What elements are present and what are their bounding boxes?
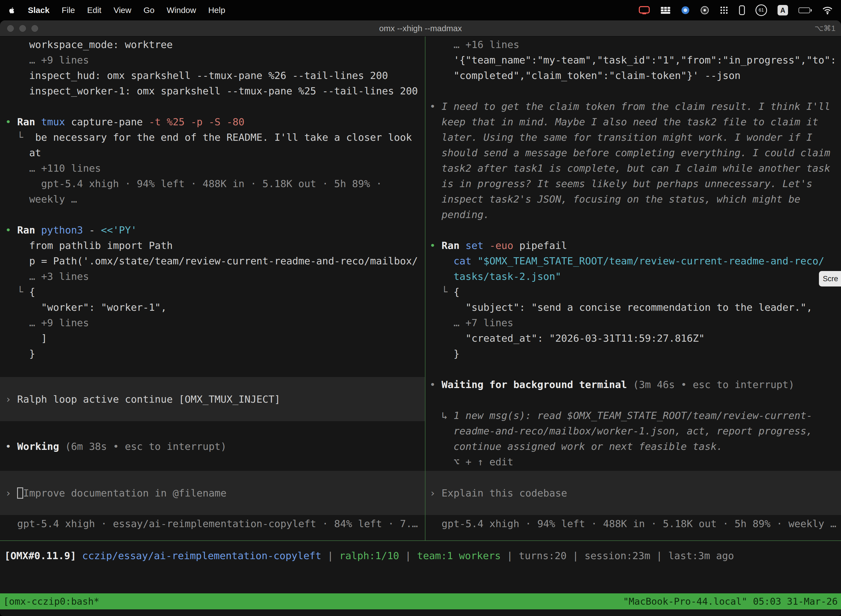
terminal-text-segment: python3 (41, 224, 89, 236)
terminal-text-segment: ] (5, 333, 47, 344)
terminal-line: "created_at": "2026-03-31T11:59:27.816Z" (425, 331, 841, 346)
bottom-pane[interactable]: [OMX#0.11.9] cczip/essay/ai-reimplementa… (0, 541, 841, 593)
terminal-text-segment: Ralph loop active continue [OMX_TMUX_INJ… (17, 393, 280, 405)
zoom-button[interactable] (31, 25, 38, 32)
terminal-pane-left[interactable]: workspace_mode: worktree … +9 lines insp… (0, 37, 425, 540)
dots-grid-icon[interactable] (719, 6, 728, 15)
menu-item-view[interactable]: View (113, 6, 131, 15)
prompt-suggestion[interactable]: › Explain this codebase (425, 471, 841, 515)
menu-item-window[interactable]: Window (167, 6, 196, 15)
window-title: omx --xhigh --madmax (379, 24, 462, 33)
menu-item-file[interactable]: File (62, 6, 75, 15)
screen-recording-icon[interactable] (639, 6, 650, 15)
terminal-text-segment: is in progress? It seems likely but perh… (429, 178, 812, 189)
close-button[interactable] (7, 25, 14, 32)
terminal-text-segment: session:23m (585, 550, 650, 561)
omx-status-line: [OMX#0.11.9] cczip/essay/ai-reimplementa… (4, 548, 841, 563)
terminal-text-segment: └ (5, 132, 35, 143)
terminal-text-segment: turns:20 (519, 550, 567, 561)
menu-item-go[interactable]: Go (144, 6, 154, 15)
terminal-line: inspect_hud: omx sparkshell --tmux-pane … (0, 68, 425, 84)
terminal-text-segment: task2 after task1 is complete, but can I… (429, 163, 830, 174)
grid-icon[interactable] (661, 6, 671, 14)
menu-item-edit[interactable]: Edit (87, 6, 101, 15)
terminal-text-segment: tasks/task-2.json" (429, 271, 561, 282)
terminal-line: inspect task2's JSON, focusing on the st… (425, 192, 841, 207)
terminal-text-segment: Ran (17, 116, 41, 128)
app-menu-slack[interactable]: Slack (28, 6, 49, 15)
terminal-line (425, 84, 841, 99)
terminal-text-segment: cczip/essay/ai-reimplementation-copyleft (82, 550, 321, 561)
terminal-text-segment: workspace_mode: worktree (5, 39, 173, 50)
phone-mirroring-icon[interactable] (739, 5, 745, 15)
terminal-text-segment: "subject": "send a concise recommendatio… (429, 302, 812, 313)
terminal-pane-right[interactable]: … +16 lines '{"team_name":"my-team","tas… (425, 37, 841, 540)
terminal-text-segment: inspect task2's JSON, focusing on the st… (429, 194, 800, 205)
terminal-line: is in progress? It seems likely but perh… (425, 176, 841, 192)
terminal-line: '{"team_name":"my-team","task_id":"1","f… (425, 53, 841, 68)
terminal-text-segment: └ (429, 286, 454, 298)
terminal-text-segment: • (429, 240, 441, 251)
terminal-text-segment: (3m 46s • esc to interrupt) (633, 379, 794, 390)
terminal-text-segment: • (5, 224, 17, 236)
prompt-input[interactable]: › Improve documentation in @filename (0, 471, 425, 515)
tmux-session-label: [omx-cczip0:bash* (3, 596, 99, 607)
terminal-line (0, 207, 425, 223)
terminal-text-segment: at (5, 147, 41, 158)
terminal-text-segment: set (466, 240, 489, 251)
terminal-text-segment: › (429, 487, 441, 499)
wifi-icon[interactable] (822, 6, 833, 14)
terminal-text-segment: -euo (489, 240, 519, 251)
terminal-line: … +16 lines (425, 37, 841, 53)
tmux-panes: workspace_mode: worktree … +9 lines insp… (0, 37, 841, 540)
terminal-text-segment: } (429, 348, 459, 359)
terminal-line: • I need to get the claim token from the… (425, 99, 841, 114)
window-controls (7, 21, 38, 36)
gauge-icon[interactable]: 61 (756, 4, 767, 16)
terminal-line: ] (0, 331, 425, 346)
terminal-text-segment: gpt-5.4 xhigh · 94% left · 488K in · 5.1… (5, 178, 382, 189)
input-source-icon[interactable]: A (778, 5, 788, 15)
battery-icon[interactable] (799, 7, 812, 13)
terminal-line: later. Using the same for transition mig… (425, 130, 841, 145)
terminal-line (425, 392, 841, 408)
terminal-text-segment: pending. (429, 209, 489, 220)
terminal-text-segment: later. Using the same for transition mig… (429, 132, 812, 143)
terminal-text-segment: Waiting for background terminal (441, 379, 633, 390)
minimize-button[interactable] (19, 25, 26, 32)
terminal-text-segment: inspect_worker-1: omx sparkshell --tmux-… (5, 85, 418, 97)
terminal-window: omx --xhigh --madmax ⌥⌘1 workspace_mode:… (0, 21, 841, 616)
terminal-text-segment: (6m 38s • esc to interrupt) (65, 441, 227, 452)
terminal-line: readme-and-reco/mailbox/worker-1.json, a… (425, 423, 841, 439)
terminal-text-segment: from pathlib import Path (5, 240, 173, 251)
apple-menu-icon[interactable] (8, 7, 16, 14)
terminal-text-segment: should send a message before completing … (429, 147, 830, 158)
terminal-line: … +7 lines (425, 315, 841, 331)
terminal-line: } (425, 346, 841, 362)
terminal-line: └ be necessary for the end of the README… (0, 130, 425, 145)
terminal-text-segment: | (399, 550, 417, 561)
tmux-clock: "MacBook-Pro-44.local" 05:03 31-Mar-26 (623, 596, 838, 607)
terminal-text-segment: -t %25 -p -S -80 (149, 116, 245, 128)
app-icon-blue[interactable] (681, 6, 690, 15)
input-source-letter: A (780, 6, 785, 14)
gauge-value: 61 (759, 7, 764, 13)
terminal-text-segment: › (5, 487, 17, 499)
terminal-line: at (0, 145, 425, 161)
app-icon-dark[interactable] (700, 6, 709, 15)
terminal-text-segment: inspect_hud: omx sparkshell --tmux-pane … (5, 70, 388, 81)
terminal-line: • Ran python3 - <<'PY' (0, 223, 425, 238)
terminal-text-segment: Working (17, 441, 65, 452)
terminal-text-segment: [OMX#0.11.9] (4, 550, 82, 561)
ralph-loop-banner[interactable]: › Ralph loop active continue [OMX_TMUX_I… (0, 377, 425, 421)
waiting-status-line: • Waiting for background terminal (3m 46… (425, 377, 841, 392)
terminal-text-segment: gpt-5.4 xhigh · 94% left · 488K in · 5.1… (429, 518, 836, 529)
terminal-text-segment: "created_at": "2026-03-31T11:59:27.816Z" (429, 333, 705, 344)
battery-nub (811, 9, 812, 12)
terminal-text-segment: tmux (41, 116, 71, 128)
terminal-text-segment: be necessary for the end of the README. … (35, 132, 412, 143)
terminal-text-segment: pipefail (519, 240, 567, 251)
terminal-text-segment: … +9 lines (5, 317, 89, 329)
menu-item-help[interactable]: Help (208, 6, 226, 15)
terminal-line (425, 362, 841, 377)
